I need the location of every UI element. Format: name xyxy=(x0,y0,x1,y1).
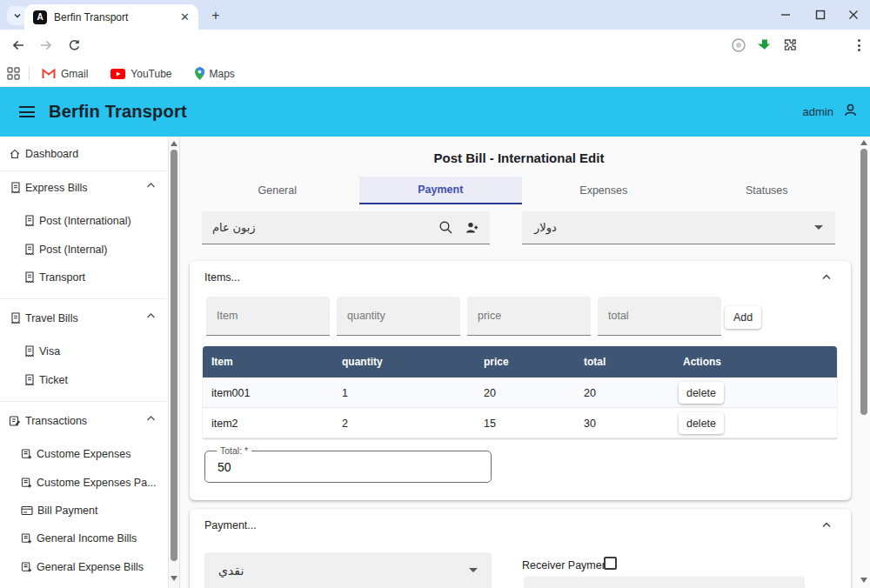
sidebar-item-custome-expenses[interactable]: Custome Expenses xyxy=(21,445,130,463)
item-price-input[interactable] xyxy=(467,297,591,336)
items-panel: Items... Add Item quantity price total A… xyxy=(190,261,851,500)
item-name-input[interactable] xyxy=(206,297,330,336)
payment-panel-title: Payment... xyxy=(204,519,257,531)
app-header: Berfin Transport admin xyxy=(0,87,870,137)
bookmark-youtube[interactable]: YouTube xyxy=(110,68,171,80)
sidebar-scroll-thumb[interactable] xyxy=(171,150,177,561)
payment-card-icon xyxy=(21,505,33,516)
add-person-icon[interactable] xyxy=(465,220,479,235)
currency-select[interactable]: دولار xyxy=(522,211,835,244)
payment-panel: Payment... نقدي Receiver Payment : xyxy=(190,509,851,588)
home-icon xyxy=(9,148,21,160)
items-table: Item quantity price total Actions item00… xyxy=(203,346,837,438)
tab-payment[interactable]: Payment xyxy=(359,177,523,204)
bill-icon xyxy=(10,312,21,324)
angular-favicon-icon: A xyxy=(33,10,47,24)
sidebar-group-transactions[interactable]: Transactions xyxy=(9,412,87,430)
refresh-button[interactable] xyxy=(66,37,82,53)
main-scroll-thumb[interactable] xyxy=(860,149,867,415)
collapse-chevron-icon[interactable] xyxy=(821,273,832,281)
tab-expenses[interactable]: Expenses xyxy=(522,177,686,204)
dropdown-caret-icon xyxy=(469,568,478,572)
scroll-down-icon[interactable] xyxy=(171,576,177,581)
receiver-payment-field[interactable] xyxy=(524,577,805,588)
download-icon[interactable] xyxy=(756,37,772,53)
sidebar-divider xyxy=(0,298,168,299)
tab-statuses[interactable]: Statuses xyxy=(686,177,849,204)
sidebar-divider xyxy=(0,401,168,402)
browser-tab[interactable]: A Berfin Transport ✕ xyxy=(24,4,198,30)
sidebar-item-bill-payment[interactable]: Bill Payment xyxy=(21,502,97,519)
user-person-icon[interactable] xyxy=(843,103,858,117)
table-row: item001 1 20 20 delete xyxy=(203,378,837,408)
delete-item-button[interactable]: delete xyxy=(679,412,724,434)
app-title: Berfin Transport xyxy=(49,102,187,122)
collapse-chevron-icon[interactable] xyxy=(821,521,832,529)
chevron-up-icon[interactable] xyxy=(146,312,156,319)
tab-general[interactable]: General xyxy=(196,177,359,204)
delete-item-button[interactable]: delete xyxy=(679,382,724,404)
sidebar-scrollbar[interactable] xyxy=(168,137,179,588)
new-tab-button[interactable]: + xyxy=(207,7,224,24)
sidebar-item-transport[interactable]: Transport xyxy=(24,269,85,286)
sidebar-item-general-expense-bills[interactable]: General Expense Bills xyxy=(21,558,144,576)
scroll-down-icon[interactable] xyxy=(860,578,867,583)
browser-window: A Berfin Transport ✕ + localhost:4200/tr… xyxy=(0,0,870,588)
apps-grid-icon[interactable] xyxy=(7,67,20,80)
window-maximize-button[interactable] xyxy=(813,8,828,22)
browser-toolbar: localhost:4200/transportBillEdit/1 m xyxy=(0,30,870,61)
transactions-icon xyxy=(9,415,21,427)
forward-button[interactable] xyxy=(38,37,54,53)
scroll-up-icon[interactable] xyxy=(860,140,867,145)
browser-menu-icon[interactable] xyxy=(851,37,867,53)
gmail-icon xyxy=(42,69,56,79)
tab-close-icon[interactable]: ✕ xyxy=(178,10,191,23)
item-quantity-input[interactable] xyxy=(337,297,460,336)
sidebar-item-visa[interactable]: Visa xyxy=(24,343,60,360)
table-row: item2 2 15 30 delete xyxy=(203,408,837,438)
sidebar-group-travel-bills[interactable]: Travel Bills xyxy=(10,310,78,327)
maps-pin-icon xyxy=(195,67,204,80)
tab-title: Berfin Transport xyxy=(54,11,178,23)
bookmark-gmail[interactable]: Gmail xyxy=(42,68,88,80)
bookmarks-separator xyxy=(29,67,30,81)
table-header-row: Item quantity price total Actions xyxy=(203,346,837,378)
extensions-puzzle-icon[interactable] xyxy=(782,37,798,53)
total-input[interactable] xyxy=(205,451,491,482)
chevron-up-icon[interactable] xyxy=(146,182,156,189)
sidebar-item-post-international[interactable]: Post (International) xyxy=(24,212,131,230)
total-field: Total: * xyxy=(204,451,492,483)
chevron-up-icon[interactable] xyxy=(146,415,156,422)
receiver-payment-checkbox[interactable] xyxy=(604,557,617,570)
sidebar-item-ticket[interactable]: Ticket xyxy=(24,371,68,389)
extension-badge-icon[interactable] xyxy=(731,37,746,53)
expense-icon xyxy=(21,477,32,489)
scroll-up-icon[interactable] xyxy=(171,141,177,146)
sidebar-group-express-bills[interactable]: Express Bills xyxy=(10,179,88,197)
chevron-down-icon xyxy=(13,11,22,20)
bookmarks-bar: Gmail YouTube Maps xyxy=(0,61,870,87)
sidebar-item-general-income-bills[interactable]: General Income Bills xyxy=(21,530,137,547)
window-close-button[interactable] xyxy=(846,8,861,22)
sidebar-item-custome-expenses-payment[interactable]: Custome Expenses Pa... xyxy=(21,474,157,491)
receiver-payment-label: Receiver Payment : xyxy=(522,559,617,571)
expense-icon xyxy=(21,448,32,460)
logged-in-user[interactable]: admin xyxy=(803,105,833,118)
bookmark-maps[interactable]: Maps xyxy=(195,67,235,80)
expense-bill-icon xyxy=(21,561,32,573)
payment-method-select[interactable]: نقدي xyxy=(204,552,492,588)
bill-icon xyxy=(24,244,35,256)
search-icon[interactable] xyxy=(438,220,453,235)
back-button[interactable] xyxy=(10,37,26,53)
menu-toggle-icon[interactable] xyxy=(19,104,35,121)
main-scrollbar[interactable] xyxy=(858,137,870,588)
tab-bar: General Payment Expenses Statuses xyxy=(196,177,848,204)
sidebar-item-dashboard[interactable]: Dashboard xyxy=(9,145,78,163)
total-field-label: Total: * xyxy=(217,445,251,456)
bill-icon xyxy=(10,182,21,194)
item-total-input[interactable] xyxy=(598,297,721,336)
sidebar: Dashboard Express Bills Post (Internatio… xyxy=(0,137,180,588)
sidebar-item-post-internal[interactable]: Post (Internal) xyxy=(24,241,108,258)
window-minimize-button[interactable] xyxy=(778,8,793,22)
add-item-button[interactable]: Add xyxy=(725,306,761,329)
